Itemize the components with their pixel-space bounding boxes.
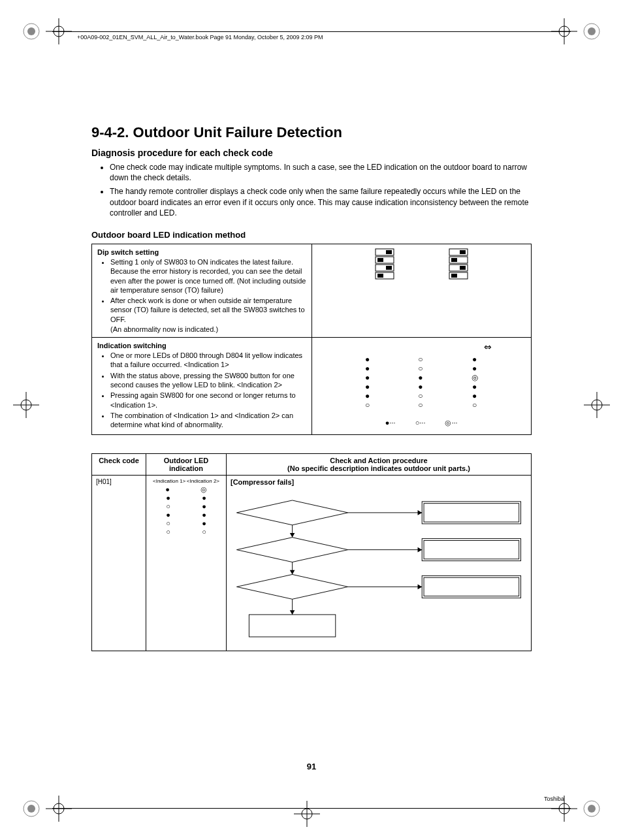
svg-rect-66: [249, 615, 335, 637]
ind-item-2: With the status above, pressing the SW80…: [110, 371, 306, 390]
crop-mark-tr: [579, 18, 605, 44]
th-led: Outdoor LED indication: [146, 454, 227, 476]
svg-marker-51: [290, 533, 295, 538]
svg-marker-47: [418, 510, 423, 515]
crop-mark-bc: [294, 801, 320, 827]
svg-rect-32: [377, 258, 383, 262]
svg-point-17: [27, 805, 35, 813]
svg-point-6: [588, 27, 596, 35]
th-action: Check and Action procedure (No specific …: [227, 454, 532, 476]
svg-rect-30: [386, 250, 392, 254]
svg-rect-36: [377, 274, 383, 278]
crop-mark-bl: [18, 796, 44, 822]
td-led: <Indication 1> <Indication 2> ●◎ ●● ○● ●…: [146, 476, 227, 651]
diagnosis-bullets: One check code may indicate multiple sym…: [91, 162, 532, 218]
crop-mark-ml: [13, 392, 39, 418]
svg-marker-52: [236, 538, 347, 562]
dip-cell: Dip switch setting Setting 1 only of SW8…: [92, 244, 312, 337]
dip-title: Dip switch setting: [97, 248, 306, 256]
section-title: 9-4-2. Outdoor Unit Failure Detection: [91, 124, 532, 141]
td-flow: [Compressor fails]: [227, 476, 532, 651]
diagnosis-subtitle: Diagnosis procedure for each check code: [91, 148, 532, 158]
crop-mark-mr: [584, 392, 610, 418]
ind2-label: <Indication 2>: [187, 478, 219, 484]
ind-item-1: One or more LEDs of D800 through D804 li…: [110, 351, 306, 370]
legend-double: ◎···: [445, 419, 457, 427]
brand-label: Toshiba: [544, 796, 564, 802]
svg-rect-56: [424, 541, 519, 559]
svg-rect-38: [460, 250, 466, 254]
svg-rect-62: [422, 576, 520, 598]
double-arrow-icon: ⇔: [484, 342, 492, 352]
crop-mark-bl2: [46, 796, 72, 822]
outdoor-heading: Outdoor board LED indication method: [91, 230, 532, 240]
dip-switch-left-icon: [375, 248, 394, 286]
ind-item-3: Pressing again SW800 for one second or l…: [110, 391, 306, 410]
ind1-label: <Indication 1>: [153, 478, 185, 484]
dip-item-2: After check work is done or when outside…: [110, 296, 306, 324]
indication-title: Indication switching: [97, 342, 306, 349]
indication-cell: Indication switching One or more LEDs of…: [92, 338, 312, 435]
led-method-table: Dip switch setting Setting 1 only of SW8…: [91, 244, 532, 435]
dip-item-1: Setting 1 only of SW803 to ON indicates …: [110, 257, 306, 295]
svg-marker-54: [418, 547, 423, 553]
svg-point-22: [588, 805, 596, 813]
legend-filled: ●···: [385, 419, 396, 427]
ind-item-4: The combination of <Indication 1> and <I…: [110, 411, 306, 430]
section-title-text: Outdoor Unit Failure Detection: [133, 124, 342, 140]
led-column-2: ○○●●○○: [418, 355, 423, 410]
svg-rect-34: [386, 266, 392, 270]
svg-rect-63: [424, 578, 519, 596]
page-number: 91: [0, 762, 623, 771]
svg-marker-58: [290, 570, 295, 575]
page-content: 9-4-2. Outdoor Unit Failure Detection Di…: [91, 124, 532, 775]
led-column-1: ●●●●●○: [365, 355, 370, 410]
section-number: 9-4-2.: [91, 124, 129, 140]
dip-diagram-cell: [312, 244, 532, 337]
running-header: +00A09-002_01EN_SVM_ALL_Air_to_Water.boo…: [77, 34, 323, 40]
svg-rect-55: [422, 539, 520, 561]
svg-rect-40: [451, 258, 457, 262]
svg-rect-48: [422, 502, 520, 524]
led-column-3: ●●◎●●○: [471, 355, 478, 410]
footer-rule: [52, 808, 571, 809]
th-check-code: Check code: [92, 454, 146, 476]
svg-rect-42: [460, 266, 466, 270]
dip-switch-right-icon: [449, 248, 468, 286]
legend-open: ○···: [415, 419, 426, 427]
dip-item-3: (An abnormality now is indicated.): [97, 325, 306, 333]
svg-marker-45: [236, 500, 347, 525]
bullet-2: The handy remote controller displays a c…: [110, 186, 532, 218]
flowchart-icon: [231, 490, 527, 647]
indication-diagram-cell: ⇔ ●●●●●○ ○○●●○○ ●●◎●●○ ●··· ○···: [312, 338, 532, 435]
check-code-table: Check code Outdoor LED indication Check …: [91, 453, 532, 651]
flow-title: [Compressor fails]: [231, 478, 527, 486]
td-code: [H01]: [92, 476, 146, 651]
svg-marker-65: [290, 611, 295, 615]
svg-marker-61: [418, 585, 423, 590]
bullet-1: One check code may indicate multiple sym…: [110, 162, 532, 183]
svg-point-1: [27, 27, 35, 35]
svg-rect-44: [451, 274, 457, 278]
crop-mark-tl: [18, 18, 44, 44]
th-action-sub: (No specific description indicates outdo…: [231, 464, 527, 472]
crop-mark-br: [579, 796, 605, 822]
svg-marker-59: [236, 575, 347, 600]
th-action-main: Check and Action procedure: [231, 457, 527, 464]
svg-rect-49: [424, 504, 519, 522]
header-rule: [52, 31, 571, 32]
